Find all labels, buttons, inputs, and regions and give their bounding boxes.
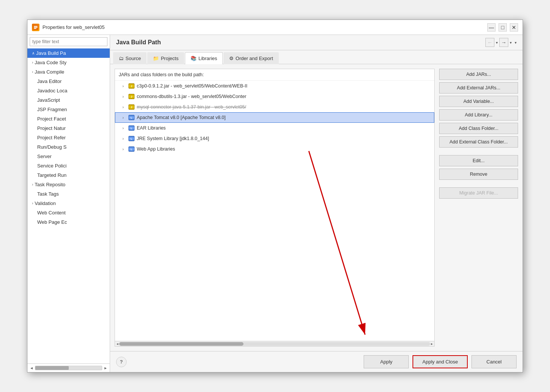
sidebar-scroll-left[interactable]: ◂ xyxy=(30,365,33,371)
tab-libraries[interactable]: 📚Libraries xyxy=(185,52,223,64)
tree-scrollbar[interactable]: ◂ ▸ xyxy=(115,341,434,346)
sidebar-item-18[interactable]: Web Page Ec xyxy=(27,217,110,227)
sidebar-horizontal-scrollbar[interactable] xyxy=(35,366,102,370)
sidebar-item-3[interactable]: Java Editor xyxy=(27,77,110,86)
sidebar-list: ∧Java Build Pa›Java Code Sty›Java Compil… xyxy=(27,48,110,363)
tree-item-commons[interactable]: ›Jcommons-dbutils-1.3.jar - web_servlet0… xyxy=(115,91,434,102)
edit-button[interactable]: Edit... xyxy=(439,155,518,166)
tree-chevron-icon: › xyxy=(122,95,126,99)
sidebar-item-5[interactable]: JavaScript xyxy=(27,95,110,105)
sidebar-item-label: Project Natur xyxy=(37,125,66,131)
tree-item-jre[interactable]: ›LJRE System Library [jdk1.8.0_144] xyxy=(115,133,434,144)
chevron-icon: ∧ xyxy=(32,51,35,55)
nav-menu-dropdown[interactable]: ▾ xyxy=(515,41,517,45)
tree-item-label: EAR Libraries xyxy=(137,125,166,131)
nav-forward-dropdown[interactable]: ▾ xyxy=(510,41,512,45)
sidebar-item-9[interactable]: Project Refer xyxy=(27,133,110,142)
tree-item-tomcat[interactable]: ›LApache Tomcat v8.0 [Apache Tomcat v8.0… xyxy=(115,112,434,123)
migrate-jar-button[interactable]: Migrate JAR File... xyxy=(439,187,518,199)
sidebar-item-2[interactable]: ›Java Compile xyxy=(27,67,110,77)
add-variable-button[interactable]: Add Variable... xyxy=(439,96,518,107)
sidebar-item-4[interactable]: Javadoc Loca xyxy=(27,86,110,95)
close-button[interactable]: ✕ xyxy=(510,23,518,32)
tab-source[interactable]: 🗂Source xyxy=(113,52,147,64)
content-area: JARs and class folders on the build path… xyxy=(110,64,523,351)
help-button[interactable]: ? xyxy=(116,357,127,367)
titlebar-title: Properties for web_servlet05 xyxy=(42,24,104,30)
titlebar-controls: — □ ✕ xyxy=(487,23,518,32)
nav-forward-button[interactable]: → xyxy=(499,38,508,47)
chevron-icon: › xyxy=(32,201,33,205)
apply-button[interactable]: Apply xyxy=(364,355,409,368)
scroll-right-arrow[interactable]: ▸ xyxy=(430,342,434,346)
tabs-bar: 🗂Source📁Projects📚Libraries⚙Order and Exp… xyxy=(110,50,523,64)
sidebar-item-1[interactable]: ›Java Code Sty xyxy=(27,58,110,67)
scroll-track[interactable] xyxy=(119,342,430,346)
tab-order-export[interactable]: ⚙Order and Export xyxy=(224,52,279,64)
tree-item-mysql[interactable]: ›Jmysql-connector-java-5.1.37-bin.jar - … xyxy=(115,102,434,112)
sidebar-item-16[interactable]: ›Validation xyxy=(27,199,110,208)
tree-item-ear[interactable]: ›LEAR Libraries xyxy=(115,123,434,133)
sidebar-item-label: Service Polici xyxy=(37,163,66,169)
sidebar-item-7[interactable]: Project Facet xyxy=(27,114,110,124)
source-icon: 🗂 xyxy=(119,56,124,61)
tree-chevron-icon: › xyxy=(122,137,126,141)
maximize-button[interactable]: □ xyxy=(499,23,507,32)
filter-input[interactable] xyxy=(30,37,107,46)
add-jars-button[interactable]: Add JARs... xyxy=(439,69,518,80)
sidebar-item-label: Task Reposito xyxy=(35,182,65,187)
panel-header: Java Build Path ← ▾ → ▾ ▾ xyxy=(110,35,523,50)
sidebar-item-15[interactable]: Task Tags xyxy=(27,189,110,199)
bottom-left: ? xyxy=(116,357,127,367)
tab-label-projects: Projects xyxy=(161,56,178,61)
libraries-icon: 📚 xyxy=(190,56,196,61)
tree-item-label: c3p0-0.9.1.2.jar - web_servlet05/WebCont… xyxy=(137,83,247,89)
sidebar-item-label: Project Facet xyxy=(37,116,66,122)
scroll-left-arrow[interactable]: ◂ xyxy=(116,342,119,346)
sidebar-item-label: Java Editor xyxy=(37,78,62,84)
sidebar-item-label: JavaScript xyxy=(37,97,60,103)
tree-item-webapp[interactable]: ›LWeb App Libraries xyxy=(115,144,434,154)
apply-close-button[interactable]: Apply and Close xyxy=(412,355,468,368)
cancel-button[interactable]: Cancel xyxy=(471,355,517,368)
chevron-icon: › xyxy=(32,182,33,187)
add-library-button[interactable]: Add Library... xyxy=(439,109,518,121)
sidebar-item-6[interactable]: JSP Fragmen xyxy=(27,105,110,114)
bottom-bar: ? Apply Apply and Close Cancel xyxy=(110,351,523,372)
dialog: Properties for web_servlet05 — □ ✕ ∧Java… xyxy=(27,20,523,372)
sidebar-item-14[interactable]: ›Task Reposito xyxy=(27,180,110,189)
add-external-class-folder-button[interactable]: Add External Class Folder... xyxy=(439,136,518,148)
sidebar-item-12[interactable]: Service Polici xyxy=(27,161,110,170)
nav-back-button[interactable]: ← xyxy=(485,38,494,47)
nav-back-dropdown[interactable]: ▾ xyxy=(496,41,498,45)
bottom-buttons: Apply Apply and Close Cancel xyxy=(364,355,517,368)
tree-item-c3p0[interactable]: ›Jc3p0-0.9.1.2.jar - web_servlet05/WebCo… xyxy=(115,81,434,91)
tab-label-order-export: Order and Export xyxy=(236,56,273,61)
sidebar-scroll-right[interactable]: ▸ xyxy=(104,365,107,371)
remove-button[interactable]: Remove xyxy=(439,169,518,180)
sidebar-item-17[interactable]: Web Content xyxy=(27,208,110,217)
sidebar-item-label: Java Code Sty xyxy=(35,60,66,65)
sidebar-item-8[interactable]: Project Natur xyxy=(27,124,110,133)
sidebar-item-label: Web Page Ec xyxy=(37,219,67,225)
sidebar-bottom: ◂ ▸ xyxy=(27,363,110,372)
sidebar-item-11[interactable]: Server xyxy=(27,152,110,161)
svg-rect-3 xyxy=(34,28,36,29)
projects-icon: 📁 xyxy=(153,56,159,61)
svg-rect-1 xyxy=(34,26,38,27)
main-content: ∧Java Build Pa›Java Code Sty›Java Compil… xyxy=(27,35,523,372)
add-class-folder-button[interactable]: Add Class Folder... xyxy=(439,123,518,134)
tree-item-label: Apache Tomcat v8.0 [Apache Tomcat v8.0] xyxy=(137,115,225,120)
tree-chevron-icon: › xyxy=(122,126,126,130)
sidebar-item-10[interactable]: Run/Debug S xyxy=(27,142,110,152)
sidebar-item-label: JSP Fragmen xyxy=(37,107,67,112)
lib-icon: L xyxy=(128,115,134,120)
sidebar-item-0[interactable]: ∧Java Build Pa xyxy=(27,48,110,58)
add-external-jars-button[interactable]: Add External JARs... xyxy=(439,82,518,93)
tab-projects[interactable]: 📁Projects xyxy=(147,52,184,64)
lib-icon: L xyxy=(128,146,134,152)
sidebar-item-13[interactable]: Targeted Run xyxy=(27,170,110,180)
titlebar: Properties for web_servlet05 — □ ✕ xyxy=(27,20,523,35)
minimize-button[interactable]: — xyxy=(487,23,496,32)
button-panel: Add JARs... Add External JARs... Add Var… xyxy=(439,69,518,347)
